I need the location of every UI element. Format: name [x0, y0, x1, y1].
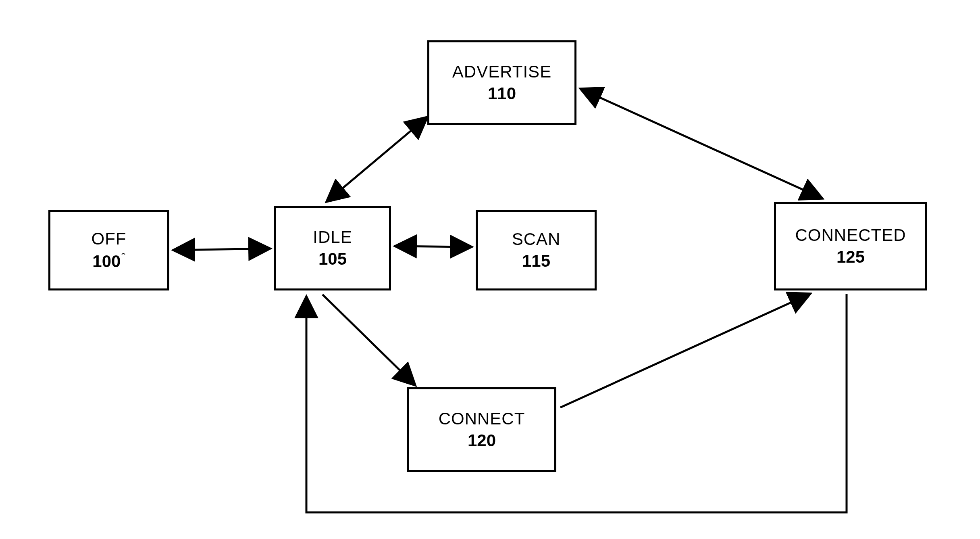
state-scan-label: SCAN [512, 230, 561, 249]
state-connected: CONNECTED 125 [774, 202, 927, 290]
edge-idle-connect [323, 295, 415, 385]
edge-connected-idle-return [306, 294, 847, 512]
edge-advertise-connected [581, 89, 822, 198]
edge-connect-connected [560, 294, 810, 407]
edge-idle-advertise [327, 117, 427, 202]
state-idle: IDLE 105 [274, 206, 391, 290]
state-idle-number: 105 [318, 249, 347, 269]
edge-off-idle [173, 249, 270, 250]
state-off-number: 100ˆ [92, 251, 125, 271]
state-diagram-stage: OFF 100ˆ IDLE 105 ADVERTISE 110 SCAN 115… [0, 0, 980, 539]
state-off-label: OFF [92, 229, 127, 249]
state-connected-label: CONNECTED [795, 226, 906, 245]
edge-idle-scan [395, 246, 472, 247]
state-idle-label: IDLE [313, 228, 352, 247]
state-advertise-number: 110 [488, 84, 516, 103]
state-off: OFF 100ˆ [48, 210, 169, 290]
state-scan: SCAN 115 [476, 210, 597, 290]
state-connect: CONNECT 120 [407, 387, 556, 472]
state-connect-number: 120 [468, 431, 496, 450]
state-advertise-label: ADVERTISE [452, 62, 551, 81]
state-advertise: ADVERTISE 110 [427, 40, 576, 125]
state-scan-number: 115 [522, 251, 550, 271]
state-connected-number: 125 [836, 247, 865, 267]
state-connect-label: CONNECT [439, 409, 525, 428]
